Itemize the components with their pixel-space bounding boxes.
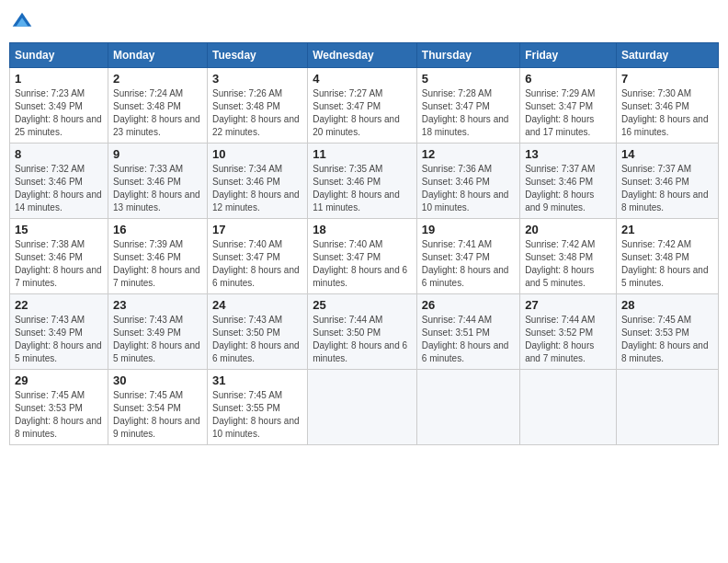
calendar-cell: 23Sunrise: 7:43 AMSunset: 3:49 PMDayligh…	[108, 294, 208, 370]
calendar-cell: 3Sunrise: 7:26 AMSunset: 3:48 PMDaylight…	[208, 68, 308, 144]
day-number: 20	[525, 223, 611, 236]
day-info: Sunrise: 7:37 AMSunset: 3:46 PMDaylight:…	[525, 163, 611, 214]
day-number: 8	[15, 147, 103, 161]
day-info: Sunrise: 7:45 AMSunset: 3:53 PMDaylight:…	[621, 314, 713, 365]
header-tuesday: Tuesday	[208, 43, 308, 68]
day-info: Sunrise: 7:45 AMSunset: 3:54 PMDaylight:…	[113, 389, 202, 441]
calendar-cell: 5Sunrise: 7:28 AMSunset: 3:47 PMDaylight…	[416, 68, 519, 144]
day-info: Sunrise: 7:45 AMSunset: 3:55 PMDaylight:…	[212, 389, 302, 441]
day-info: Sunrise: 7:42 AMSunset: 3:48 PMDaylight:…	[525, 238, 611, 290]
day-number: 9	[113, 147, 202, 161]
day-info: Sunrise: 7:39 AMSunset: 3:46 PMDaylight:…	[113, 238, 202, 290]
day-info: Sunrise: 7:23 AMSunset: 3:49 PMDaylight:…	[15, 87, 103, 139]
day-number: 29	[15, 373, 103, 387]
day-number: 3	[212, 72, 302, 86]
day-info: Sunrise: 7:33 AMSunset: 3:46 PMDaylight:…	[113, 163, 202, 214]
day-number: 6	[525, 72, 611, 86]
calendar-cell: 24Sunrise: 7:43 AMSunset: 3:50 PMDayligh…	[208, 294, 308, 370]
header-monday: Monday	[108, 43, 208, 68]
logo	[9, 9, 39, 35]
day-info: Sunrise: 7:40 AMSunset: 3:47 PMDaylight:…	[212, 238, 302, 290]
day-info: Sunrise: 7:38 AMSunset: 3:46 PMDaylight:…	[15, 238, 103, 290]
day-info: Sunrise: 7:41 AMSunset: 3:47 PMDaylight:…	[422, 238, 515, 290]
day-info: Sunrise: 7:44 AMSunset: 3:52 PMDaylight:…	[525, 314, 611, 365]
week-row-4: 22Sunrise: 7:43 AMSunset: 3:49 PMDayligh…	[10, 294, 719, 370]
calendar-cell: 22Sunrise: 7:43 AMSunset: 3:49 PMDayligh…	[10, 294, 108, 370]
calendar-cell: 9Sunrise: 7:33 AMSunset: 3:46 PMDaylight…	[108, 144, 208, 219]
calendar-cell: 25Sunrise: 7:44 AMSunset: 3:50 PMDayligh…	[308, 294, 417, 370]
header-sunday: Sunday	[10, 43, 108, 68]
header-wednesday: Wednesday	[308, 43, 417, 68]
day-number: 2	[113, 72, 202, 86]
header-friday: Friday	[520, 43, 617, 68]
day-number: 15	[15, 223, 103, 236]
day-info: Sunrise: 7:36 AMSunset: 3:46 PMDaylight:…	[422, 163, 515, 214]
day-number: 5	[422, 72, 515, 86]
week-row-2: 8Sunrise: 7:32 AMSunset: 3:46 PMDaylight…	[10, 144, 719, 219]
day-number: 12	[422, 147, 515, 161]
calendar-cell: 13Sunrise: 7:37 AMSunset: 3:46 PMDayligh…	[520, 144, 617, 219]
calendar-cell: 21Sunrise: 7:42 AMSunset: 3:48 PMDayligh…	[616, 219, 718, 294]
day-number: 7	[621, 72, 713, 86]
calendar-cell: 7Sunrise: 7:30 AMSunset: 3:46 PMDaylight…	[616, 68, 718, 144]
day-number: 11	[313, 147, 412, 161]
day-info: Sunrise: 7:44 AMSunset: 3:51 PMDaylight:…	[422, 314, 515, 365]
day-number: 25	[313, 298, 412, 312]
day-info: Sunrise: 7:45 AMSunset: 3:53 PMDaylight:…	[15, 389, 103, 441]
calendar-cell: 12Sunrise: 7:36 AMSunset: 3:46 PMDayligh…	[416, 144, 519, 219]
calendar-cell: 11Sunrise: 7:35 AMSunset: 3:46 PMDayligh…	[308, 144, 417, 219]
calendar-cell: 10Sunrise: 7:34 AMSunset: 3:46 PMDayligh…	[208, 144, 308, 219]
calendar-cell: 1Sunrise: 7:23 AMSunset: 3:49 PMDaylight…	[10, 68, 108, 144]
calendar-cell: 20Sunrise: 7:42 AMSunset: 3:48 PMDayligh…	[520, 219, 617, 294]
day-info: Sunrise: 7:40 AMSunset: 3:47 PMDaylight:…	[313, 238, 412, 290]
day-number: 24	[212, 298, 302, 312]
calendar-cell	[416, 370, 519, 445]
logo-icon	[9, 9, 35, 35]
day-info: Sunrise: 7:43 AMSunset: 3:49 PMDaylight:…	[113, 314, 202, 365]
day-number: 21	[621, 223, 713, 236]
calendar-cell: 26Sunrise: 7:44 AMSunset: 3:51 PMDayligh…	[416, 294, 519, 370]
calendar-cell: 28Sunrise: 7:45 AMSunset: 3:53 PMDayligh…	[616, 294, 718, 370]
day-info: Sunrise: 7:24 AMSunset: 3:48 PMDaylight:…	[113, 87, 202, 139]
day-number: 14	[621, 147, 713, 161]
day-info: Sunrise: 7:27 AMSunset: 3:47 PMDaylight:…	[313, 87, 412, 139]
calendar-cell: 16Sunrise: 7:39 AMSunset: 3:46 PMDayligh…	[108, 219, 208, 294]
calendar-cell: 27Sunrise: 7:44 AMSunset: 3:52 PMDayligh…	[520, 294, 617, 370]
calendar-cell: 30Sunrise: 7:45 AMSunset: 3:54 PMDayligh…	[108, 370, 208, 445]
calendar-cell: 8Sunrise: 7:32 AMSunset: 3:46 PMDaylight…	[10, 144, 108, 219]
day-info: Sunrise: 7:35 AMSunset: 3:46 PMDaylight:…	[313, 163, 412, 214]
day-number: 22	[15, 298, 103, 312]
calendar-cell: 31Sunrise: 7:45 AMSunset: 3:55 PMDayligh…	[208, 370, 308, 445]
week-row-3: 15Sunrise: 7:38 AMSunset: 3:46 PMDayligh…	[10, 219, 719, 294]
day-info: Sunrise: 7:43 AMSunset: 3:50 PMDaylight:…	[212, 314, 302, 365]
day-number: 17	[212, 223, 302, 236]
header-saturday: Saturday	[616, 43, 718, 68]
day-number: 1	[15, 72, 103, 86]
day-info: Sunrise: 7:30 AMSunset: 3:46 PMDaylight:…	[621, 87, 713, 139]
week-row-5: 29Sunrise: 7:45 AMSunset: 3:53 PMDayligh…	[10, 370, 719, 445]
day-info: Sunrise: 7:37 AMSunset: 3:46 PMDaylight:…	[621, 163, 713, 214]
day-info: Sunrise: 7:44 AMSunset: 3:50 PMDaylight:…	[313, 314, 412, 365]
calendar-cell: 2Sunrise: 7:24 AMSunset: 3:48 PMDaylight…	[108, 68, 208, 144]
day-info: Sunrise: 7:42 AMSunset: 3:48 PMDaylight:…	[621, 238, 713, 290]
day-info: Sunrise: 7:26 AMSunset: 3:48 PMDaylight:…	[212, 87, 302, 139]
day-info: Sunrise: 7:34 AMSunset: 3:46 PMDaylight:…	[212, 163, 302, 214]
day-info: Sunrise: 7:32 AMSunset: 3:46 PMDaylight:…	[15, 163, 103, 214]
calendar-header-row: SundayMondayTuesdayWednesdayThursdayFrid…	[10, 43, 719, 68]
calendar-table: SundayMondayTuesdayWednesdayThursdayFrid…	[9, 42, 719, 445]
day-number: 30	[113, 373, 202, 387]
page-header	[9, 9, 719, 35]
calendar-cell: 14Sunrise: 7:37 AMSunset: 3:46 PMDayligh…	[616, 144, 718, 219]
day-number: 10	[212, 147, 302, 161]
calendar-cell	[616, 370, 718, 445]
day-number: 18	[313, 223, 412, 236]
calendar-cell: 4Sunrise: 7:27 AMSunset: 3:47 PMDaylight…	[308, 68, 417, 144]
day-number: 19	[422, 223, 515, 236]
calendar-cell: 18Sunrise: 7:40 AMSunset: 3:47 PMDayligh…	[308, 219, 417, 294]
header-thursday: Thursday	[416, 43, 519, 68]
day-number: 26	[422, 298, 515, 312]
day-number: 16	[113, 223, 202, 236]
day-info: Sunrise: 7:29 AMSunset: 3:47 PMDaylight:…	[525, 87, 611, 139]
day-number: 31	[212, 373, 302, 387]
day-number: 4	[313, 72, 412, 86]
